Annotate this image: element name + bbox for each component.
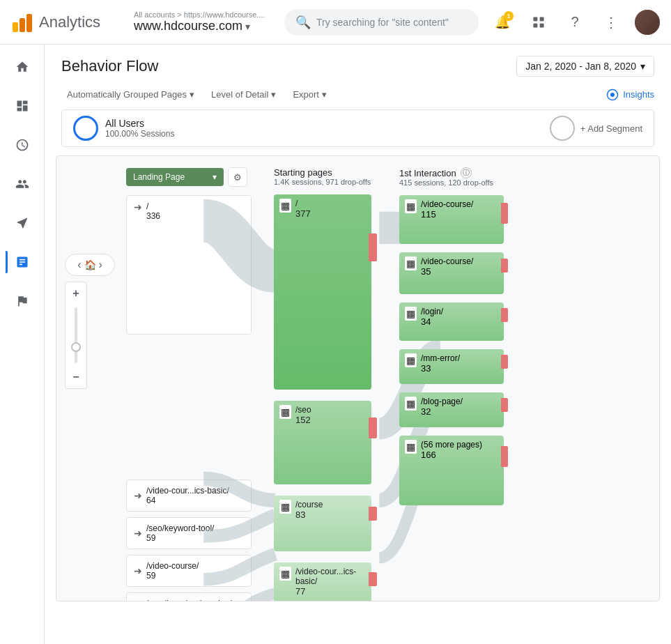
interact-label-1: /video-course/	[421, 256, 473, 266]
landing-page-column: Landing Page ▾ ⚙ ➜ / 336	[126, 167, 265, 590]
interact-icon-3: ▦	[405, 353, 417, 367]
interact-drop-4	[501, 398, 508, 412]
block-val-1: 152	[295, 415, 311, 425]
interaction-header: 1st Interaction ⓘ 415 sessions, 120 drop…	[399, 167, 508, 187]
insights-button[interactable]: Insights	[606, 89, 654, 101]
block-label-2: /course	[295, 500, 323, 509]
zoom-in-button[interactable]: +	[68, 285, 84, 302]
nav-left-button[interactable]: ‹	[77, 259, 81, 271]
sidebar-item-behavior[interactable]	[6, 245, 39, 279]
interact-block-5[interactable]: ▦ (56 more pages) 166	[399, 436, 504, 505]
landing-page-dropdown[interactable]: Landing Page ▾	[126, 168, 224, 186]
block-label-0: /	[295, 199, 311, 208]
starting-block-2[interactable]: ▦ /course 83	[274, 496, 371, 551]
block-icon-3: ▦	[279, 567, 291, 581]
interact-block-0[interactable]: ▦ /video-course/ 115	[399, 195, 504, 244]
landing-dropdown-label: Landing Page	[133, 172, 185, 182]
brand-name: Analytics	[39, 13, 100, 31]
interact-block-2[interactable]: ▦ /login/ 34	[399, 302, 504, 341]
interact-label-2: /login/	[421, 307, 443, 316]
interact-block-1[interactable]: ▦ /video-course/ 35	[399, 252, 504, 294]
grouped-pages-label: Automatically Grouped Pages	[67, 89, 187, 100]
url-text: www.hdcourse.com	[134, 19, 242, 33]
segment-info: All Users 100.00% Sessions	[105, 118, 174, 139]
block-label-3: /video-cour...ics-basic/	[295, 567, 366, 586]
drop-indicator-2	[369, 507, 377, 521]
interact-icon-1: ▦	[405, 256, 417, 270]
node-label-1: /video-cour...ics-basic/	[146, 486, 229, 496]
interact-label-3: /mm-error/	[421, 353, 460, 363]
sidebar-item-customization[interactable]	[6, 89, 39, 123]
segment-circle	[73, 116, 98, 141]
notification-button[interactable]: 🔔 1	[490, 10, 515, 35]
sidebar-item-acquisition[interactable]	[6, 206, 39, 240]
interaction-title: 1st Interaction	[399, 168, 456, 178]
interact-block-4[interactable]: ▦ /blog-page/ 32	[399, 392, 504, 427]
add-segment-button[interactable]: + Add Segment	[550, 116, 642, 141]
zoom-out-button[interactable]: −	[68, 369, 84, 385]
interaction-info-icon[interactable]: ⓘ	[461, 167, 472, 178]
svg-rect-6	[540, 23, 544, 27]
level-of-detail-button[interactable]: Level of Detail ▾	[206, 85, 281, 104]
interact-val-1: 35	[421, 266, 473, 277]
landing-node-4: ➜ /email-mark...-learning/ 54	[126, 592, 252, 601]
landing-header-row: Landing Page ▾ ⚙	[126, 167, 252, 187]
interaction-subtitle: 415 sessions, 120 drop-offs	[399, 178, 508, 187]
block-val-2: 83	[295, 509, 323, 520]
interact-icon-4: ▦	[405, 397, 417, 411]
starting-block-1[interactable]: ▦ /seo 152	[274, 401, 371, 484]
node-value-2: 59	[146, 533, 214, 543]
all-users-segment: All Users 100.00% Sessions	[73, 116, 539, 141]
node-icon-1: ➜	[134, 490, 142, 501]
interact-val-5: 166	[421, 450, 482, 460]
more-button[interactable]: ⋮	[599, 10, 624, 35]
interact-block-3[interactable]: ▦ /mm-error/ 33	[399, 349, 504, 384]
sidebar-item-realtime[interactable]	[6, 128, 39, 162]
dropdown-arrow: ▾	[245, 21, 250, 32]
node-label-2: /seo/keyword-tool/	[146, 523, 214, 533]
analytics-logo	[11, 11, 33, 33]
svg-rect-3	[534, 17, 538, 21]
nav-right-button[interactable]: ›	[99, 259, 102, 271]
landing-node-2: ➜ /seo/keyword-tool/ 59	[126, 517, 252, 549]
interact-drop-2	[501, 308, 508, 322]
starting-block-3[interactable]: ▦ /video-cour...ics-basic/ 77	[274, 562, 371, 601]
export-button[interactable]: Export ▾	[287, 85, 332, 104]
sidebar-item-home[interactable]	[6, 50, 39, 84]
landing-dropdown-arrow: ▾	[213, 172, 217, 182]
top-header: Analytics All accounts > https://www.hdc…	[0, 0, 671, 45]
svg-rect-2	[26, 14, 32, 32]
landing-node-root: ➜ / 336	[126, 195, 252, 335]
flow-inner: Landing Page ▾ ⚙ ➜ / 336	[56, 156, 659, 601]
date-dropdown-arrow: ▾	[640, 61, 645, 72]
export-arrow: ▾	[322, 89, 327, 100]
sidebar	[0, 45, 45, 644]
zoom-thumb[interactable]	[71, 342, 81, 352]
sidebar-item-audience[interactable]	[6, 167, 39, 201]
search-bar[interactable]: 🔍 Try searching for "site content"	[284, 9, 479, 36]
date-range-picker[interactable]: Jan 2, 2020 - Jan 8, 2020 ▾	[516, 56, 654, 77]
sidebar-item-conversions[interactable]	[6, 284, 39, 318]
interaction-header-row: 1st Interaction ⓘ	[399, 167, 508, 178]
starting-pages-header: Starting pages 1.4K sessions, 971 drop-o…	[274, 167, 383, 186]
flow-columns: Landing Page ▾ ⚙ ➜ / 336	[126, 167, 648, 590]
page-title: Behavior Flow	[61, 57, 158, 75]
starting-block-0[interactable]: ▦ / 377	[274, 194, 371, 390]
block-icon-1: ▦	[279, 405, 291, 419]
insights-label: Insights	[623, 89, 654, 100]
segment-bar: All Users 100.00% Sessions + Add Segment	[61, 109, 654, 147]
node-value: 336	[146, 211, 160, 221]
landing-settings-button[interactable]: ⚙	[228, 167, 247, 187]
segment-sub: 100.00% Sessions	[105, 129, 174, 139]
help-button[interactable]: ?	[562, 10, 587, 35]
avatar[interactable]	[635, 10, 660, 35]
starting-pages-subtitle: 1.4K sessions, 971 drop-offs	[274, 178, 383, 186]
node-label: /	[146, 201, 160, 211]
apps-button[interactable]	[526, 10, 551, 35]
add-segment-circle	[550, 116, 575, 141]
block-icon-0: ▦	[279, 199, 291, 213]
interact-drop-1	[501, 259, 508, 273]
toolbar: Automatically Grouped Pages ▾ Level of D…	[45, 82, 671, 109]
url-display[interactable]: www.hdcourse.com ▾	[134, 19, 273, 33]
grouped-pages-button[interactable]: Automatically Grouped Pages ▾	[61, 85, 200, 104]
